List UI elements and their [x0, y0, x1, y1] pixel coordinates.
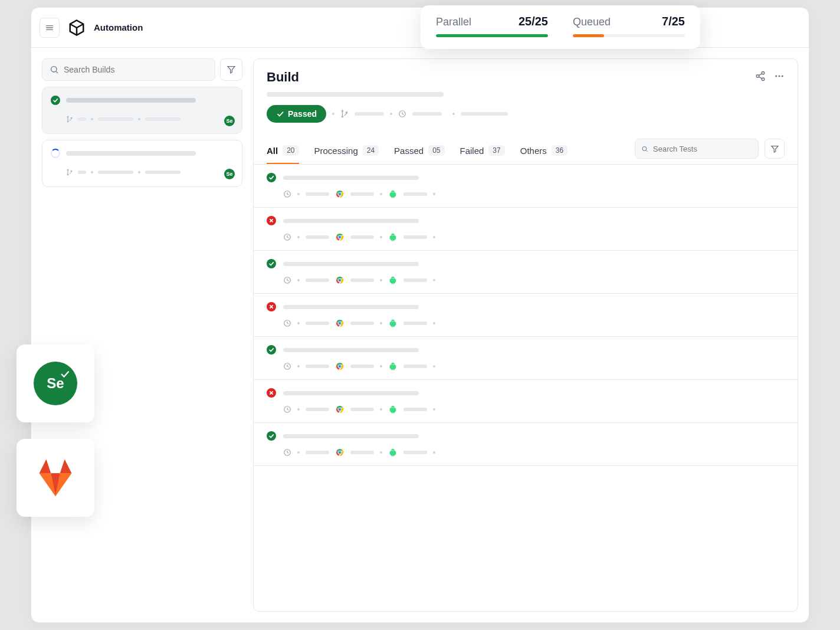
- svg-marker-26: [771, 146, 777, 152]
- android-icon: [388, 362, 398, 371]
- chrome-icon: [335, 189, 344, 199]
- clock-icon: [283, 362, 291, 370]
- android-icon: [388, 275, 398, 285]
- sidebar-filter-button[interactable]: [220, 58, 242, 81]
- clock-icon: [398, 110, 406, 118]
- selenium-logo-card: Se: [17, 344, 94, 422]
- svg-point-21: [342, 116, 343, 117]
- svg-point-19: [782, 76, 783, 77]
- svg-point-20: [342, 110, 343, 111]
- tab-others[interactable]: Others 36: [520, 138, 567, 164]
- queued-label: Queued: [573, 16, 611, 28]
- tab-label: All: [267, 146, 278, 156]
- chrome-icon: [335, 275, 344, 285]
- android-icon: [388, 189, 398, 199]
- filter-icon: [227, 65, 236, 74]
- status-fail-icon: [267, 302, 276, 311]
- svg-point-18: [779, 76, 780, 77]
- search-icon: [641, 145, 648, 153]
- clock-icon: [283, 276, 291, 284]
- svg-point-12: [762, 72, 764, 75]
- search-icon: [50, 65, 59, 74]
- test-row[interactable]: [254, 380, 798, 423]
- tab-count: 20: [283, 145, 298, 156]
- clock-icon: [283, 190, 291, 198]
- android-icon: [388, 448, 398, 457]
- tab-label: Processing: [314, 146, 358, 156]
- svg-marker-64: [60, 460, 72, 473]
- tab-label: Passed: [394, 146, 424, 156]
- menu-button[interactable]: [40, 18, 60, 38]
- svg-point-24: [642, 146, 647, 150]
- filter-icon: [770, 145, 779, 153]
- search-builds-input[interactable]: [64, 65, 208, 74]
- status-pass-icon: [267, 431, 276, 441]
- branch-icon: [66, 116, 73, 123]
- build-title: Build: [267, 70, 299, 85]
- svg-line-16: [759, 74, 762, 76]
- chrome-icon: [335, 362, 344, 371]
- tab-count: 37: [488, 145, 504, 156]
- build-card[interactable]: Se: [42, 140, 242, 187]
- app-logo-icon: [68, 19, 86, 37]
- build-card[interactable]: Se: [42, 87, 242, 134]
- branch-icon: [66, 169, 73, 176]
- parallel-label: Parallel: [436, 16, 471, 28]
- android-icon: [388, 405, 398, 414]
- main-header: Build Passed: [254, 59, 798, 129]
- svg-point-3: [51, 67, 57, 72]
- svg-point-10: [67, 174, 68, 175]
- tab-failed[interactable]: Failed 37: [460, 138, 505, 164]
- parallel-status: Parallel 25/25: [436, 15, 548, 37]
- status-fail-icon: [267, 388, 276, 398]
- svg-point-17: [775, 76, 777, 77]
- sidebar-search-row: [42, 58, 242, 81]
- main-panel: Build Passed: [253, 58, 798, 612]
- clock-icon: [283, 448, 291, 457]
- test-row[interactable]: [254, 251, 798, 294]
- tab-count: 36: [552, 145, 567, 156]
- svg-point-9: [67, 169, 68, 170]
- svg-point-8: [71, 117, 72, 119]
- test-row[interactable]: [254, 337, 798, 380]
- search-tests-input-wrapper[interactable]: [635, 139, 759, 159]
- android-icon: [388, 232, 398, 242]
- status-fail-icon: [267, 216, 276, 225]
- selenium-icon: Se: [34, 362, 77, 405]
- gitlab-logo-card: [17, 439, 94, 517]
- search-builds-input-wrapper[interactable]: [42, 58, 215, 81]
- status-pass-icon: [51, 96, 60, 105]
- svg-point-22: [346, 112, 347, 113]
- status-pass-icon: [267, 345, 276, 355]
- share-button[interactable]: [755, 71, 766, 84]
- status-pass-icon: [267, 259, 276, 268]
- branch-icon: [340, 110, 349, 118]
- tab-all[interactable]: All 20: [267, 138, 299, 164]
- clock-icon: [283, 405, 291, 414]
- search-tests-input[interactable]: [653, 145, 752, 153]
- selenium-badge-icon: Se: [224, 116, 235, 126]
- parallel-value: 25/25: [519, 15, 548, 28]
- test-row[interactable]: [254, 208, 798, 251]
- test-row[interactable]: [254, 423, 798, 466]
- clock-icon: [283, 233, 291, 241]
- content: Se Se: [31, 48, 809, 622]
- svg-point-13: [756, 75, 759, 78]
- tab-passed[interactable]: Passed 05: [394, 138, 444, 164]
- selenium-badge-icon: Se: [224, 169, 235, 179]
- svg-line-25: [646, 150, 647, 151]
- more-button[interactable]: [774, 71, 785, 84]
- tests-filter-button[interactable]: [764, 139, 785, 159]
- share-icon: [755, 71, 766, 81]
- queued-status: Queued 7/25: [573, 15, 685, 37]
- check-icon: [276, 110, 284, 118]
- tab-label: Failed: [460, 146, 484, 156]
- chrome-icon: [335, 232, 344, 242]
- svg-point-11: [71, 170, 72, 172]
- test-row[interactable]: [254, 165, 798, 208]
- more-icon: [774, 71, 785, 81]
- app-window: Automation: [31, 7, 809, 623]
- test-row[interactable]: [254, 294, 798, 337]
- tab-processing[interactable]: Processing 24: [314, 138, 379, 164]
- test-list: [254, 165, 798, 611]
